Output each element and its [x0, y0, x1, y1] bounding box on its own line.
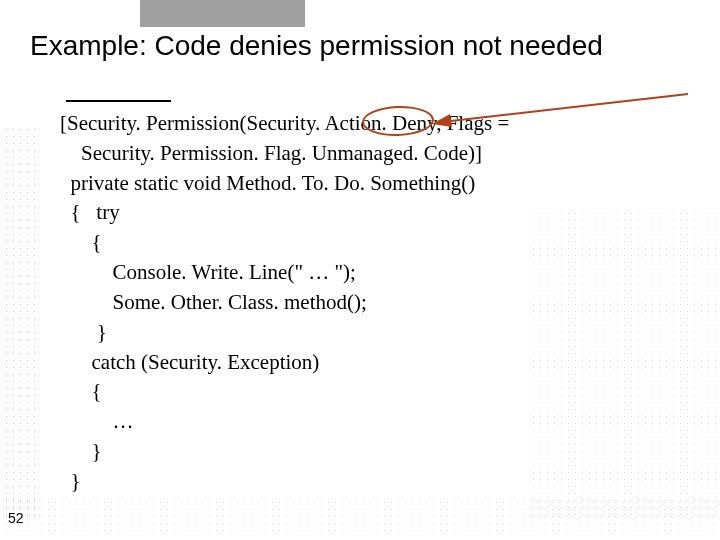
decorative-shadow [140, 0, 305, 27]
code-line-7: Some. Other. Class. method(); [60, 288, 680, 318]
code-line-3: private static void Method. To. Do. Some… [60, 169, 680, 199]
slide: Example: Code denies permission not need… [0, 0, 720, 540]
code-line-5: { [60, 228, 680, 258]
dotted-background-left [3, 126, 38, 520]
code-line-9: catch (Security. Exception) [60, 348, 680, 378]
page-number: 52 [8, 510, 24, 526]
code-line-10: { [60, 377, 680, 407]
dotted-background-bottom [3, 499, 717, 537]
code-line-4: { try [60, 198, 680, 228]
code-line-2: Security. Permission. Flag. Unmanaged. C… [60, 139, 680, 169]
slide-title: Example: Code denies permission not need… [30, 30, 690, 62]
code-line-12: } [60, 437, 680, 467]
code-line-6: Console. Write. Line(" … "); [60, 258, 680, 288]
code-line-13: } [60, 467, 680, 497]
code-line-8: } [60, 318, 680, 348]
code-line-11: … [60, 407, 680, 437]
code-line-1: [Security. Permission(Security. Action. … [60, 109, 680, 139]
code-block: [Security. Permission(Security. Action. … [60, 109, 680, 497]
title-underline [66, 100, 171, 102]
